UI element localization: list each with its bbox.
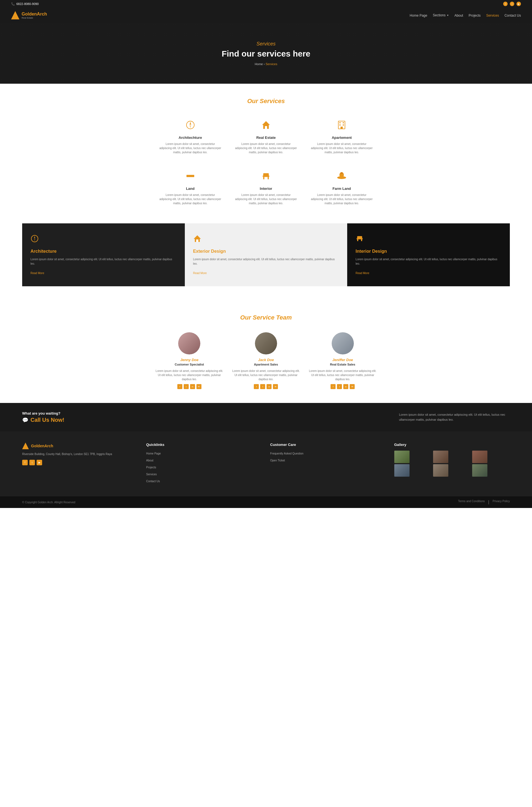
- footer-logo-icon: [22, 443, 29, 449]
- email-icon[interactable]: ✉: [196, 384, 202, 389]
- read-more-1[interactable]: Read More: [193, 271, 207, 275]
- featured-card-exterior: Exterior Design Lorem ipsum dolor sit am…: [185, 223, 347, 286]
- featured-card-architecture: Architecture Lorem ipsum dolor sit amet,…: [22, 223, 185, 286]
- footer-quicklinks-title: Quicklinks: [146, 443, 262, 447]
- instagram-icon[interactable]: in: [190, 384, 195, 389]
- breadcrumb: Home › Services: [222, 62, 310, 66]
- footer-link-projects[interactable]: Projects: [146, 465, 262, 469]
- team-desc-2: Lorem ipsum dolor sit amet, consectetur …: [308, 369, 377, 381]
- facebook-icon[interactable]: f: [503, 2, 508, 6]
- nav-sections[interactable]: Sections: [433, 13, 445, 17]
- footer-logo-text: GoldenArch: [31, 444, 53, 448]
- cta-call[interactable]: 💬 Call Us Now!: [22, 417, 64, 423]
- gallery-thumb-4[interactable]: [394, 464, 410, 477]
- divider: |: [488, 500, 489, 505]
- footer-link-home[interactable]: Home Page: [146, 451, 262, 456]
- cta-waiting-text: What are you waiting?: [22, 411, 64, 415]
- service-desc-0: Lorem ipsum dolor sit amet, consectetur …: [159, 142, 221, 154]
- twitter-icon[interactable]: t: [337, 384, 342, 389]
- avatar-img-jack: [255, 332, 277, 354]
- email-icon[interactable]: ✉: [273, 384, 278, 389]
- instagram-icon[interactable]: in: [267, 384, 271, 389]
- top-bar: 📞 6822-8080-9090 f t ▶: [0, 0, 532, 8]
- youtube-icon[interactable]: ▶: [516, 2, 521, 6]
- service-desc-1: Lorem ipsum dolor sit amet, consectetur …: [235, 142, 297, 154]
- hero-section: Services Find our services here Home › S…: [0, 23, 532, 84]
- nav-services[interactable]: Services: [486, 14, 499, 17]
- service-desc-5: Lorem ipsum dolor sit amet, consectetur …: [311, 193, 373, 205]
- footer-link-services[interactable]: Services: [146, 471, 262, 476]
- svg-marker-25: [34, 239, 35, 241]
- team-social-0: f t in ✉: [155, 384, 224, 389]
- svg-rect-9: [343, 125, 344, 126]
- gallery-thumb-3[interactable]: [472, 451, 488, 463]
- team-card-1: Jack Doe Apartment Sales Lorem ipsum dol…: [232, 332, 300, 389]
- footer-faq-link[interactable]: Frequently Asked Question: [270, 451, 386, 456]
- footer-facebook-icon[interactable]: f: [22, 460, 28, 465]
- gallery-thumb-1[interactable]: [394, 451, 410, 463]
- logo-name1: Golden: [22, 12, 37, 16]
- email-icon[interactable]: ✉: [350, 384, 355, 389]
- team-social-2: f t in ✉: [308, 384, 377, 389]
- hero-title: Find our services here: [222, 49, 310, 58]
- twitter-icon[interactable]: t: [184, 384, 189, 389]
- service-name-5: Farm Land: [311, 187, 373, 191]
- svg-rect-22: [341, 173, 342, 173]
- footer-twitter-icon[interactable]: t: [30, 460, 35, 465]
- service-item-realestate: Real Estate Lorem ipsum dolor sit amet, …: [231, 116, 301, 158]
- gallery-thumb-5[interactable]: [433, 464, 448, 477]
- read-more-0[interactable]: Read More: [31, 271, 44, 275]
- service-name-0: Architechture: [159, 135, 221, 140]
- nav-home[interactable]: Home Page: [410, 14, 427, 17]
- twitter-icon[interactable]: t: [260, 384, 265, 389]
- privacy-link[interactable]: Privacy Policy: [493, 500, 510, 505]
- read-more-2[interactable]: Read More: [356, 271, 369, 275]
- instagram-icon[interactable]: in: [343, 384, 348, 389]
- featured-title-1: Exterior Design: [193, 249, 339, 254]
- nav-about[interactable]: About: [454, 14, 463, 17]
- footer-gallery-col: Gallery: [394, 443, 510, 485]
- svg-rect-7: [343, 122, 344, 123]
- twitter-icon[interactable]: t: [510, 2, 514, 6]
- footer-address: Riverside Building, County Hall, Bishop'…: [22, 452, 138, 456]
- chevron-down-icon: ▼: [446, 14, 449, 17]
- building-icon: [311, 120, 373, 132]
- navbar: GoldenArch Real Estate Home Page Section…: [0, 8, 532, 23]
- facebook-icon[interactable]: f: [177, 384, 182, 389]
- hero-subtitle: Services: [222, 41, 310, 47]
- nav-contact[interactable]: Contact Us: [505, 14, 521, 17]
- social-bar[interactable]: f t ▶: [503, 2, 521, 6]
- footer: GoldenArch Riverside Building, County Ha…: [0, 431, 532, 496]
- team-desc-0: Lorem ipsum dolor sit amet, consectetur …: [155, 369, 224, 381]
- gallery-thumb-6[interactable]: [472, 464, 488, 477]
- footer-ticket-link[interactable]: Open Ticket: [270, 457, 386, 463]
- terms-link[interactable]: Terms and Conditions: [458, 500, 485, 505]
- featured-title-2: Interior Design: [356, 249, 501, 254]
- featured-grid: Architecture Lorem ipsum dolor sit amet,…: [22, 223, 510, 286]
- copyright-text: © Copyright Golden Arch. Allright Reserv…: [22, 501, 75, 504]
- footer-link-contact[interactable]: Contact Us: [146, 478, 262, 483]
- avatar-jeniffer: [332, 332, 354, 354]
- svg-rect-12: [188, 174, 188, 175]
- breadcrumb-home[interactable]: Home: [255, 62, 263, 66]
- svg-rect-13: [189, 174, 190, 175]
- svg-rect-31: [357, 238, 363, 240]
- nav-projects[interactable]: Projects: [469, 14, 480, 17]
- service-item-interior: Interior Lorem ipsum dolor sit amet, con…: [231, 167, 301, 209]
- chair-icon: [235, 171, 297, 183]
- facebook-icon[interactable]: f: [330, 384, 336, 389]
- avatar-img-jenny: [178, 332, 200, 354]
- svg-marker-1: [190, 121, 191, 125]
- nav-menu: Home Page Sections ▼ About Projects Serv…: [410, 13, 521, 18]
- team-role-0: Customer Specialist: [155, 363, 224, 366]
- logo-text: GoldenArch: [22, 12, 47, 16]
- gallery-thumb-2[interactable]: [433, 451, 448, 463]
- svg-rect-8: [339, 125, 341, 126]
- footer-link-about[interactable]: About: [146, 457, 262, 463]
- facebook-icon[interactable]: f: [254, 384, 259, 389]
- service-item-land: Land Lorem ipsum dolor sit amet, consect…: [155, 167, 225, 209]
- team-name-2: Jeniffer Doe: [308, 358, 377, 362]
- footer-youtube-icon[interactable]: ▶: [37, 460, 42, 465]
- logo[interactable]: GoldenArch Real Estate: [11, 11, 47, 19]
- service-desc-4: Lorem ipsum dolor sit amet, consectetur …: [235, 193, 297, 205]
